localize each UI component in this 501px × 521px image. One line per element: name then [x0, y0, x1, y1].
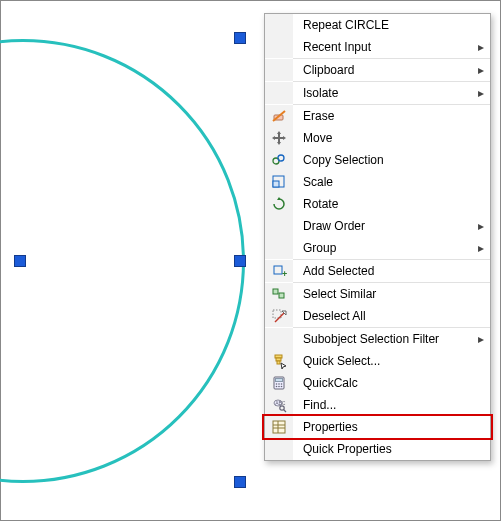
- svg-point-21: [281, 383, 283, 385]
- menu-gutter: [265, 82, 293, 104]
- menu-item-group[interactable]: Group▸: [265, 237, 490, 259]
- menu-item-isolate[interactable]: Isolate▸: [265, 82, 490, 104]
- submenu-arrow-icon: ▸: [478, 63, 484, 77]
- grip-center[interactable]: [234, 255, 246, 267]
- menu-gutter: [265, 237, 293, 259]
- add-selected-icon: +: [265, 260, 293, 282]
- menu-item-label: Quick Properties: [293, 442, 490, 456]
- submenu-arrow-icon: ▸: [478, 332, 484, 346]
- svg-text:+: +: [282, 269, 287, 279]
- menu-item-find[interactable]: ABCFind...: [265, 394, 490, 416]
- rotate-icon: [265, 193, 293, 215]
- select-similar-icon: [265, 283, 293, 305]
- menu-item-copy-selection[interactable]: Copy Selection: [265, 149, 490, 171]
- menu-item-label: Quick Select...: [293, 354, 490, 368]
- menu-item-label: Properties: [293, 420, 490, 434]
- menu-item-label: Move: [293, 131, 490, 145]
- svg-point-22: [276, 386, 278, 388]
- menu-item-quick-properties[interactable]: Quick Properties: [265, 438, 490, 460]
- menu-item-label: Select Similar: [293, 287, 490, 301]
- svg-point-23: [278, 386, 280, 388]
- svg-marker-16: [281, 363, 286, 369]
- menu-item-label: QuickCalc: [293, 376, 490, 390]
- svg-rect-5: [273, 181, 279, 187]
- find-icon: ABC: [265, 394, 293, 416]
- menu-gutter: [265, 36, 293, 58]
- menu-item-label: Deselect All: [293, 309, 490, 323]
- menu-item-quickcalc[interactable]: QuickCalc: [265, 372, 490, 394]
- menu-item-quick-select[interactable]: Quick Select...: [265, 350, 490, 372]
- menu-item-label: Clipboard: [293, 63, 490, 77]
- menu-item-label: Repeat CIRCLE: [293, 18, 490, 32]
- menu-item-select-similar[interactable]: Select Similar: [265, 283, 490, 305]
- menu-item-clipboard[interactable]: Clipboard▸: [265, 59, 490, 81]
- svg-rect-8: [273, 289, 278, 294]
- svg-rect-29: [273, 421, 285, 433]
- svg-point-20: [278, 383, 280, 385]
- menu-gutter: [265, 59, 293, 81]
- svg-point-19: [276, 383, 278, 385]
- menu-item-label: Copy Selection: [293, 153, 490, 167]
- eraser-icon: [265, 105, 293, 127]
- svg-line-28: [284, 410, 287, 413]
- menu-item-label: Rotate: [293, 197, 490, 211]
- menu-item-label: Add Selected: [293, 264, 490, 278]
- submenu-arrow-icon: ▸: [478, 86, 484, 100]
- move-icon: [265, 127, 293, 149]
- calc-icon: [265, 372, 293, 394]
- menu-item-rotate[interactable]: Rotate: [265, 193, 490, 215]
- submenu-arrow-icon: ▸: [478, 241, 484, 255]
- submenu-arrow-icon: ▸: [478, 40, 484, 54]
- menu-item-properties[interactable]: Properties: [265, 416, 490, 438]
- quick-select-icon: [265, 350, 293, 372]
- circle-entity[interactable]: [0, 39, 245, 483]
- svg-rect-6: [274, 266, 282, 274]
- menu-item-label: Subobject Selection Filter: [293, 332, 490, 346]
- svg-text:ABC: ABC: [275, 400, 286, 406]
- deselect-icon: [265, 305, 293, 327]
- menu-item-add-selected[interactable]: +Add Selected: [265, 260, 490, 282]
- copy-icon: [265, 149, 293, 171]
- svg-point-24: [281, 386, 283, 388]
- grip-top[interactable]: [234, 32, 246, 44]
- grip-left[interactable]: [14, 255, 26, 267]
- submenu-arrow-icon: ▸: [478, 219, 484, 233]
- menu-item-label: Group: [293, 241, 490, 255]
- menu-item-label: Erase: [293, 109, 490, 123]
- menu-item-recent-input[interactable]: Recent Input▸: [265, 36, 490, 58]
- menu-item-scale[interactable]: Scale: [265, 171, 490, 193]
- menu-gutter: [265, 215, 293, 237]
- drawing-canvas[interactable]: Repeat CIRCLERecent Input▸Clipboard▸Isol…: [0, 0, 501, 521]
- scale-icon: [265, 171, 293, 193]
- menu-item-draw-order[interactable]: Draw Order▸: [265, 215, 490, 237]
- menu-item-repeat-circle[interactable]: Repeat CIRCLE: [265, 14, 490, 36]
- menu-item-move[interactable]: Move: [265, 127, 490, 149]
- svg-rect-18: [276, 379, 283, 382]
- properties-icon: [265, 416, 293, 438]
- svg-rect-9: [279, 293, 284, 298]
- menu-item-label: Find...: [293, 398, 490, 412]
- menu-item-label: Recent Input: [293, 40, 490, 54]
- svg-rect-15: [277, 361, 280, 364]
- menu-item-label: Isolate: [293, 86, 490, 100]
- svg-line-11: [275, 312, 285, 322]
- context-menu: Repeat CIRCLERecent Input▸Clipboard▸Isol…: [264, 13, 491, 461]
- menu-item-label: Draw Order: [293, 219, 490, 233]
- menu-item-erase[interactable]: Erase: [265, 105, 490, 127]
- menu-gutter: [265, 14, 293, 36]
- svg-point-3: [278, 155, 284, 161]
- menu-item-subobject-selection-filter[interactable]: Subobject Selection Filter▸: [265, 328, 490, 350]
- menu-gutter: [265, 328, 293, 350]
- menu-item-deselect-all[interactable]: Deselect All: [265, 305, 490, 327]
- grip-bottom[interactable]: [234, 476, 246, 488]
- menu-gutter: [265, 438, 293, 460]
- menu-item-label: Scale: [293, 175, 490, 189]
